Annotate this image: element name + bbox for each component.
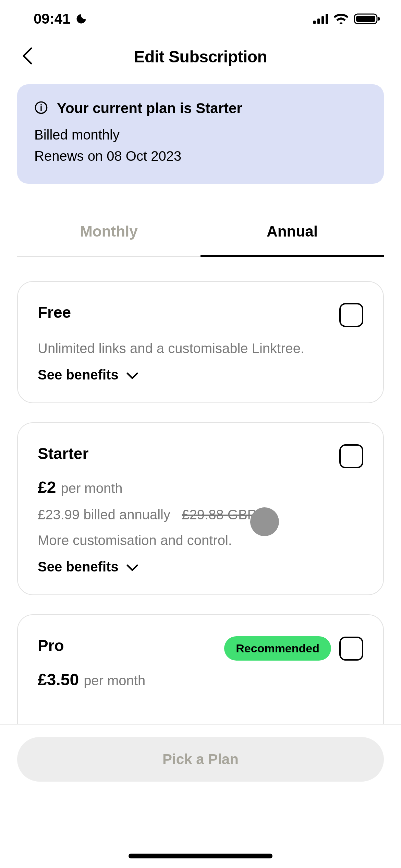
status-time: 09:41 bbox=[34, 11, 70, 27]
see-benefits-label: See benefits bbox=[38, 367, 119, 383]
chevron-down-icon bbox=[126, 367, 138, 383]
home-indicator[interactable] bbox=[129, 854, 272, 858]
svg-rect-2 bbox=[321, 16, 324, 24]
nav-header: Edit Subscription bbox=[0, 38, 401, 75]
current-plan-banner: Your current plan is Starter Billed mont… bbox=[17, 84, 384, 184]
info-icon bbox=[34, 101, 48, 116]
current-plan-title: Your current plan is Starter bbox=[57, 100, 242, 117]
current-plan-billing: Billed monthly bbox=[34, 124, 367, 145]
plan-select-checkbox[interactable] bbox=[339, 303, 363, 327]
status-bar: 09:41 bbox=[0, 0, 401, 38]
plan-card-free[interactable]: Free Unlimited links and a customisable … bbox=[17, 281, 384, 403]
tab-annual[interactable]: Annual bbox=[200, 215, 384, 257]
plan-billing-original: £29.88 GBP bbox=[182, 507, 256, 522]
svg-rect-5 bbox=[356, 16, 375, 22]
chevron-down-icon bbox=[126, 559, 138, 575]
chevron-left-icon bbox=[22, 47, 33, 66]
plan-price-suffix: per month bbox=[61, 481, 122, 496]
svg-rect-6 bbox=[378, 17, 380, 21]
recommended-badge: Recommended bbox=[224, 636, 331, 661]
plan-name: Pro bbox=[38, 636, 64, 655]
battery-icon bbox=[354, 13, 380, 25]
plan-description: Unlimited links and a customisable Linkt… bbox=[38, 341, 363, 356]
plan-card-starter[interactable]: Starter £2 per month £23.99 billed annua… bbox=[17, 422, 384, 595]
plan-name: Starter bbox=[38, 444, 88, 463]
plan-price: £3.50 bbox=[38, 670, 79, 689]
tab-monthly[interactable]: Monthly bbox=[17, 215, 200, 257]
svg-rect-1 bbox=[317, 19, 320, 24]
plan-price-suffix: per month bbox=[84, 673, 145, 688]
page-title: Edit Subscription bbox=[0, 47, 401, 66]
see-benefits-label: See benefits bbox=[38, 559, 119, 575]
plan-billing-info: £23.99 billed annually £29.88 GBP bbox=[38, 507, 363, 522]
see-benefits-toggle[interactable]: See benefits bbox=[38, 559, 363, 575]
plan-select-checkbox[interactable] bbox=[339, 444, 363, 468]
back-button[interactable] bbox=[17, 46, 38, 67]
plan-billing-amount: £23.99 billed annually bbox=[38, 507, 170, 522]
cellular-signal-icon bbox=[313, 14, 328, 24]
plan-price: £2 bbox=[38, 478, 56, 497]
pick-plan-button[interactable]: Pick a Plan bbox=[17, 737, 384, 782]
status-bar-right bbox=[313, 13, 380, 25]
touch-indicator bbox=[250, 507, 279, 536]
svg-point-9 bbox=[40, 104, 42, 106]
plan-name: Free bbox=[38, 303, 71, 322]
current-plan-renewal: Renews on 08 Oct 2023 bbox=[34, 145, 367, 167]
billing-period-tabs: Monthly Annual bbox=[17, 215, 384, 257]
plan-description: More customisation and control. bbox=[38, 533, 363, 548]
svg-rect-3 bbox=[326, 14, 328, 24]
bottom-action-bar: Pick a Plan bbox=[0, 724, 401, 868]
wifi-icon bbox=[334, 14, 348, 24]
svg-rect-0 bbox=[313, 21, 316, 24]
plan-select-checkbox[interactable] bbox=[339, 637, 363, 661]
see-benefits-toggle[interactable]: See benefits bbox=[38, 367, 363, 383]
plans-list: Free Unlimited links and a customisable … bbox=[17, 281, 384, 758]
do-not-disturb-icon bbox=[75, 13, 87, 25]
status-bar-left: 09:41 bbox=[34, 11, 87, 27]
